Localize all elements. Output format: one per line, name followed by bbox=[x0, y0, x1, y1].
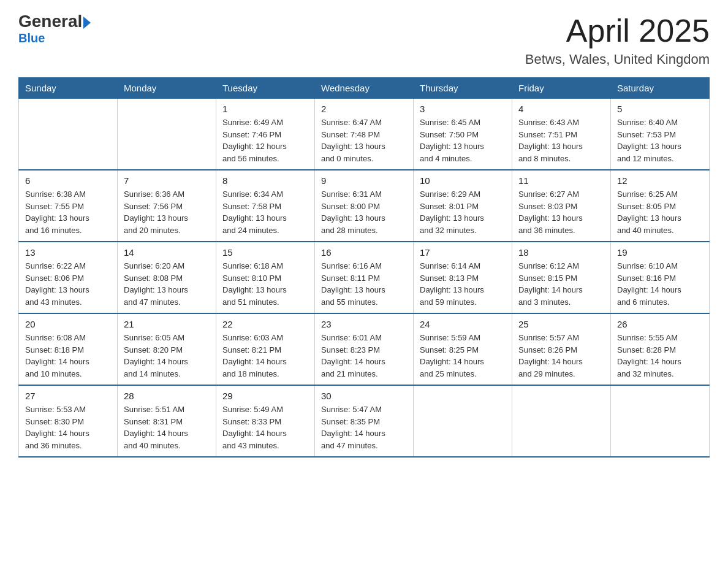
calendar-cell: 1Sunrise: 6:49 AM Sunset: 7:46 PM Daylig… bbox=[216, 99, 315, 170]
day-info: Sunrise: 6:14 AM Sunset: 8:13 PM Dayligh… bbox=[420, 260, 506, 308]
day-number: 6 bbox=[25, 175, 111, 186]
weekday-header-row: SundayMondayTuesdayWednesdayThursdayFrid… bbox=[19, 78, 710, 99]
calendar-cell: 25Sunrise: 5:57 AM Sunset: 8:26 PM Dayli… bbox=[512, 313, 611, 385]
calendar-cell: 11Sunrise: 6:27 AM Sunset: 8:03 PM Dayli… bbox=[512, 170, 611, 242]
day-number: 25 bbox=[518, 319, 604, 329]
calendar-cell bbox=[414, 385, 512, 457]
day-number: 10 bbox=[420, 175, 506, 186]
calendar-cell: 27Sunrise: 5:53 AM Sunset: 8:30 PM Dayli… bbox=[19, 385, 118, 457]
day-number: 28 bbox=[124, 391, 210, 401]
calendar-week-row: 6Sunrise: 6:38 AM Sunset: 7:55 PM Daylig… bbox=[19, 170, 710, 242]
day-number: 3 bbox=[420, 104, 506, 114]
calendar-cell: 28Sunrise: 5:51 AM Sunset: 8:31 PM Dayli… bbox=[118, 385, 216, 457]
day-info: Sunrise: 5:51 AM Sunset: 8:31 PM Dayligh… bbox=[124, 404, 210, 451]
day-number: 5 bbox=[617, 104, 703, 114]
calendar-cell: 4Sunrise: 6:43 AM Sunset: 7:51 PM Daylig… bbox=[512, 99, 611, 170]
day-info: Sunrise: 6:16 AM Sunset: 8:11 PM Dayligh… bbox=[321, 260, 407, 308]
day-info: Sunrise: 6:45 AM Sunset: 7:50 PM Dayligh… bbox=[420, 117, 506, 164]
day-number: 1 bbox=[222, 104, 308, 114]
day-info: Sunrise: 6:22 AM Sunset: 8:06 PM Dayligh… bbox=[25, 260, 111, 308]
calendar-cell: 14Sunrise: 6:20 AM Sunset: 8:08 PM Dayli… bbox=[118, 242, 216, 313]
calendar-cell: 9Sunrise: 6:31 AM Sunset: 8:00 PM Daylig… bbox=[315, 170, 414, 242]
day-number: 27 bbox=[25, 391, 111, 401]
calendar-cell: 17Sunrise: 6:14 AM Sunset: 8:13 PM Dayli… bbox=[414, 242, 512, 313]
day-number: 13 bbox=[25, 247, 111, 258]
day-number: 17 bbox=[420, 247, 506, 258]
weekday-header-tuesday: Tuesday bbox=[216, 78, 315, 99]
calendar-table: SundayMondayTuesdayWednesdayThursdayFrid… bbox=[18, 77, 710, 458]
day-number: 16 bbox=[321, 247, 407, 258]
day-info: Sunrise: 6:10 AM Sunset: 8:16 PM Dayligh… bbox=[617, 260, 703, 308]
day-number: 15 bbox=[222, 247, 308, 258]
day-number: 22 bbox=[222, 319, 308, 329]
calendar-cell: 8Sunrise: 6:34 AM Sunset: 7:58 PM Daylig… bbox=[216, 170, 315, 242]
day-number: 18 bbox=[518, 247, 604, 258]
calendar-cell bbox=[611, 385, 710, 457]
calendar-cell: 5Sunrise: 6:40 AM Sunset: 7:53 PM Daylig… bbox=[611, 99, 710, 170]
calendar-cell: 26Sunrise: 5:55 AM Sunset: 8:28 PM Dayli… bbox=[611, 313, 710, 385]
weekday-header-sunday: Sunday bbox=[19, 78, 118, 99]
day-info: Sunrise: 6:27 AM Sunset: 8:03 PM Dayligh… bbox=[518, 188, 604, 236]
calendar-cell: 19Sunrise: 6:10 AM Sunset: 8:16 PM Dayli… bbox=[611, 242, 710, 313]
day-info: Sunrise: 6:01 AM Sunset: 8:23 PM Dayligh… bbox=[321, 332, 407, 380]
calendar-cell: 3Sunrise: 6:45 AM Sunset: 7:50 PM Daylig… bbox=[414, 99, 512, 170]
calendar-cell: 29Sunrise: 5:49 AM Sunset: 8:33 PM Dayli… bbox=[216, 385, 315, 457]
calendar-cell: 7Sunrise: 6:36 AM Sunset: 7:56 PM Daylig… bbox=[118, 170, 216, 242]
calendar-week-row: 20Sunrise: 6:08 AM Sunset: 8:18 PM Dayli… bbox=[19, 313, 710, 385]
logo: General Blue bbox=[18, 12, 91, 45]
calendar-cell: 12Sunrise: 6:25 AM Sunset: 8:05 PM Dayli… bbox=[611, 170, 710, 242]
calendar-cell: 15Sunrise: 6:18 AM Sunset: 8:10 PM Dayli… bbox=[216, 242, 315, 313]
day-number: 7 bbox=[124, 175, 210, 186]
logo-line1: General bbox=[18, 12, 91, 31]
calendar-cell: 20Sunrise: 6:08 AM Sunset: 8:18 PM Dayli… bbox=[19, 313, 118, 385]
calendar-cell: 22Sunrise: 6:03 AM Sunset: 8:21 PM Dayli… bbox=[216, 313, 315, 385]
calendar-cell bbox=[512, 385, 611, 457]
day-number: 30 bbox=[321, 391, 407, 401]
day-info: Sunrise: 6:47 AM Sunset: 7:48 PM Dayligh… bbox=[321, 117, 407, 164]
day-number: 20 bbox=[25, 319, 111, 329]
weekday-header-saturday: Saturday bbox=[611, 78, 710, 99]
day-info: Sunrise: 6:36 AM Sunset: 7:56 PM Dayligh… bbox=[124, 188, 210, 236]
day-number: 12 bbox=[617, 175, 703, 186]
day-info: Sunrise: 6:43 AM Sunset: 7:51 PM Dayligh… bbox=[518, 117, 604, 164]
location-title: Betws, Wales, United Kingdom bbox=[525, 52, 710, 67]
day-number: 9 bbox=[321, 175, 407, 186]
day-number: 26 bbox=[617, 319, 703, 329]
day-number: 4 bbox=[518, 104, 604, 114]
day-info: Sunrise: 6:40 AM Sunset: 7:53 PM Dayligh… bbox=[617, 117, 703, 164]
day-number: 2 bbox=[321, 104, 407, 114]
day-info: Sunrise: 5:59 AM Sunset: 8:25 PM Dayligh… bbox=[420, 332, 506, 380]
day-info: Sunrise: 6:25 AM Sunset: 8:05 PM Dayligh… bbox=[617, 188, 703, 236]
day-info: Sunrise: 6:49 AM Sunset: 7:46 PM Dayligh… bbox=[222, 117, 308, 164]
title-area: April 2025 Betws, Wales, United Kingdom bbox=[525, 12, 710, 67]
day-info: Sunrise: 5:55 AM Sunset: 8:28 PM Dayligh… bbox=[617, 332, 703, 380]
calendar-cell: 2Sunrise: 6:47 AM Sunset: 7:48 PM Daylig… bbox=[315, 99, 414, 170]
day-info: Sunrise: 5:47 AM Sunset: 8:35 PM Dayligh… bbox=[321, 404, 407, 451]
calendar-cell: 18Sunrise: 6:12 AM Sunset: 8:15 PM Dayli… bbox=[512, 242, 611, 313]
day-info: Sunrise: 6:03 AM Sunset: 8:21 PM Dayligh… bbox=[222, 332, 308, 380]
weekday-header-wednesday: Wednesday bbox=[315, 78, 414, 99]
day-info: Sunrise: 5:57 AM Sunset: 8:26 PM Dayligh… bbox=[518, 332, 604, 380]
day-info: Sunrise: 6:31 AM Sunset: 8:00 PM Dayligh… bbox=[321, 188, 407, 236]
calendar-cell: 13Sunrise: 6:22 AM Sunset: 8:06 PM Dayli… bbox=[19, 242, 118, 313]
weekday-header-friday: Friday bbox=[512, 78, 611, 99]
day-number: 29 bbox=[222, 391, 308, 401]
day-number: 8 bbox=[222, 175, 308, 186]
day-number: 21 bbox=[124, 319, 210, 329]
day-number: 19 bbox=[617, 247, 703, 258]
day-info: Sunrise: 6:05 AM Sunset: 8:20 PM Dayligh… bbox=[124, 332, 210, 380]
calendar-cell: 10Sunrise: 6:29 AM Sunset: 8:01 PM Dayli… bbox=[414, 170, 512, 242]
logo-line2: Blue bbox=[18, 31, 45, 45]
day-info: Sunrise: 6:12 AM Sunset: 8:15 PM Dayligh… bbox=[518, 260, 604, 308]
calendar-week-row: 1Sunrise: 6:49 AM Sunset: 7:46 PM Daylig… bbox=[19, 99, 710, 170]
header: General Blue April 2025 Betws, Wales, Un… bbox=[18, 12, 710, 67]
calendar-cell bbox=[118, 99, 216, 170]
calendar-cell: 6Sunrise: 6:38 AM Sunset: 7:55 PM Daylig… bbox=[19, 170, 118, 242]
day-info: Sunrise: 6:29 AM Sunset: 8:01 PM Dayligh… bbox=[420, 188, 506, 236]
day-info: Sunrise: 5:49 AM Sunset: 8:33 PM Dayligh… bbox=[222, 404, 308, 451]
weekday-header-monday: Monday bbox=[118, 78, 216, 99]
day-info: Sunrise: 6:38 AM Sunset: 7:55 PM Dayligh… bbox=[25, 188, 111, 236]
month-title: April 2025 bbox=[525, 12, 710, 49]
day-info: Sunrise: 6:34 AM Sunset: 7:58 PM Dayligh… bbox=[222, 188, 308, 236]
calendar-cell bbox=[19, 99, 118, 170]
